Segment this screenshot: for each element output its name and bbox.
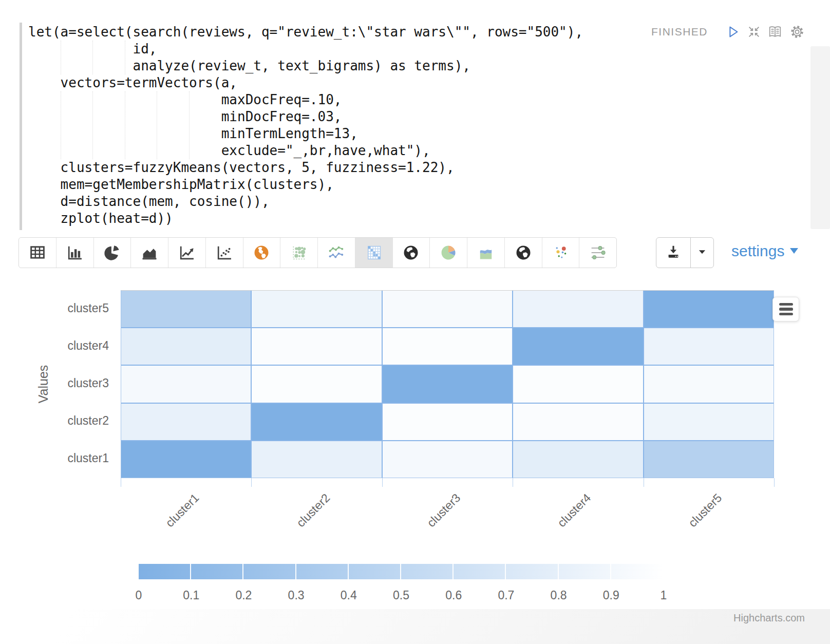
toolbar-area-chart-button[interactable] — [131, 238, 168, 268]
toolbar-pie-chart-button[interactable] — [94, 238, 131, 268]
table-icon — [28, 243, 47, 262]
heatmap-cell-cluster2-cluster3[interactable] — [252, 366, 381, 402]
x-axis-label-cluster2: cluster2 — [294, 491, 333, 530]
heatmap-cell-cluster4-cluster5[interactable] — [513, 291, 643, 327]
toolbar-bubble-matrix-button[interactable] — [280, 238, 318, 268]
globe-orange-icon — [252, 243, 271, 262]
toolbar-bar-chart-button[interactable] — [56, 238, 94, 268]
x-axis-label-cluster1: cluster1 — [163, 491, 202, 530]
heatmap-icon — [365, 243, 383, 262]
heatmap-cell-cluster4-cluster2[interactable] — [513, 404, 643, 440]
color-axis-tick-0.1: 0.1 — [183, 589, 199, 602]
chart-settings-toggle[interactable]: settings — [731, 242, 798, 260]
area-color-icon — [477, 243, 495, 262]
pie-chart-icon — [103, 243, 121, 262]
y-axis-label-cluster4: cluster4 — [22, 339, 109, 353]
heatmap-cell-cluster3-cluster2[interactable] — [383, 404, 512, 440]
color-axis-tick-0.2: 0.2 — [235, 589, 252, 602]
indent-guide — [157, 91, 157, 159]
toolbar-map-button[interactable] — [243, 238, 281, 268]
toolbar-scatter-color-button[interactable] — [542, 238, 580, 268]
globe-dark-icon — [514, 243, 533, 262]
chart-context-menu-button[interactable] — [772, 297, 799, 321]
heatmap-cell-cluster5-cluster4[interactable] — [644, 328, 774, 365]
color-axis-tick-0.7: 0.7 — [498, 589, 514, 602]
heatmap-cell-cluster2-cluster2[interactable] — [252, 404, 381, 440]
toolbar-globe-chart-button[interactable] — [393, 238, 430, 268]
heatmap-cell-cluster1-cluster4[interactable] — [121, 328, 251, 365]
highcharts-credits[interactable]: Highcharts.com — [733, 612, 805, 624]
toolbar-pie-chart-color-button[interactable] — [430, 238, 467, 268]
heatmap-cell-cluster3-cluster3[interactable] — [383, 366, 512, 402]
download-icon — [666, 244, 681, 261]
collapse-button[interactable] — [746, 24, 762, 40]
run-button[interactable] — [725, 24, 741, 40]
x-axis-tick — [644, 478, 644, 487]
toolbar-area-chart-color-button[interactable] — [467, 238, 505, 268]
editor-scrollbar[interactable] — [810, 46, 830, 229]
indent-guide — [125, 41, 125, 74]
heatmap-cell-cluster5-cluster2[interactable] — [644, 404, 774, 440]
indent-guide — [92, 41, 93, 74]
y-axis-label-cluster2: cluster2 — [22, 414, 109, 428]
caret-down-icon — [694, 244, 710, 261]
indent-guide — [92, 91, 93, 159]
run-icon — [725, 32, 741, 41]
toolbar-range-sliders-button[interactable] — [579, 238, 616, 268]
heatmap-cell-cluster1-cluster3[interactable] — [121, 366, 251, 402]
toolbar-table-button[interactable] — [19, 238, 56, 268]
heatmap-cell-cluster4-cluster4[interactable] — [513, 328, 643, 365]
chart-toolbar — [18, 237, 617, 268]
output-book-icon — [767, 32, 783, 41]
x-axis-label-cluster4: cluster4 — [555, 491, 594, 530]
x-axis-tick — [121, 478, 121, 487]
color-axis-tick-0.5: 0.5 — [393, 589, 409, 602]
paragraph-settings-button[interactable] — [789, 24, 805, 40]
y-axis-label-cluster5: cluster5 — [22, 301, 109, 315]
gear-icon — [789, 32, 805, 41]
heatmap-cell-cluster3-cluster5[interactable] — [383, 291, 512, 327]
download-options-button[interactable] — [691, 238, 713, 268]
color-axis-tick-0.3: 0.3 — [288, 589, 305, 602]
scatter-chart-icon — [215, 243, 234, 262]
color-axis-tick-1: 1 — [661, 589, 667, 602]
heatmap-cell-cluster4-cluster1[interactable] — [513, 441, 643, 478]
collapse-icon — [746, 32, 762, 41]
heatmap-cell-cluster5-cluster3[interactable] — [644, 366, 774, 402]
color-axis-tick-0.4: 0.4 — [341, 589, 357, 602]
toolbar-heatmap-button[interactable] — [355, 238, 393, 268]
heatmap-grid — [121, 290, 774, 478]
zeppelin-paragraph: let(a=select(search(reviews, q="review_t… — [0, 0, 830, 644]
x-axis-tick — [774, 478, 775, 487]
heatmap-cell-cluster1-cluster5[interactable] — [121, 291, 251, 327]
line-chart-icon — [178, 243, 196, 262]
settings-label: settings — [731, 242, 784, 260]
heatmap-cell-cluster2-cluster1[interactable] — [252, 441, 381, 478]
indent-guide — [189, 91, 190, 159]
page-background-band — [0, 609, 830, 644]
heatmap-cell-cluster1-cluster2[interactable] — [121, 404, 251, 440]
heatmap-cell-cluster2-cluster4[interactable] — [252, 328, 381, 365]
toolbar-multi-line-chart-button[interactable] — [318, 238, 355, 268]
color-axis-legend — [139, 564, 664, 579]
download-group — [656, 237, 714, 268]
heatmap-cell-cluster1-cluster1[interactable] — [121, 441, 251, 478]
indent-guide — [125, 91, 125, 159]
heatmap-cell-cluster5-cluster1[interactable] — [644, 441, 774, 478]
heatmap-cell-cluster5-cluster5[interactable] — [644, 291, 774, 327]
heatmap-cell-cluster3-cluster4[interactable] — [383, 328, 512, 365]
toolbar-globe-chart-2-button[interactable] — [505, 238, 542, 268]
bar-chart-icon — [66, 243, 84, 262]
download-button[interactable] — [656, 238, 691, 268]
toolbar-line-chart-button[interactable] — [168, 238, 206, 268]
editor-gutter — [20, 23, 22, 230]
heatmap-cell-cluster4-cluster3[interactable] — [513, 366, 643, 402]
code-editor[interactable]: let(a=select(search(reviews, q="review_t… — [28, 24, 768, 230]
color-axis-tick-0.6: 0.6 — [445, 589, 462, 602]
show-output-button[interactable] — [767, 24, 783, 40]
indent-guide — [61, 41, 61, 74]
toolbar-scatter-plot-button[interactable] — [206, 238, 243, 268]
heatmap-cell-cluster3-cluster1[interactable] — [383, 441, 512, 478]
heatmap-cell-cluster2-cluster5[interactable] — [252, 291, 381, 327]
bubble-grid-icon — [290, 243, 308, 262]
